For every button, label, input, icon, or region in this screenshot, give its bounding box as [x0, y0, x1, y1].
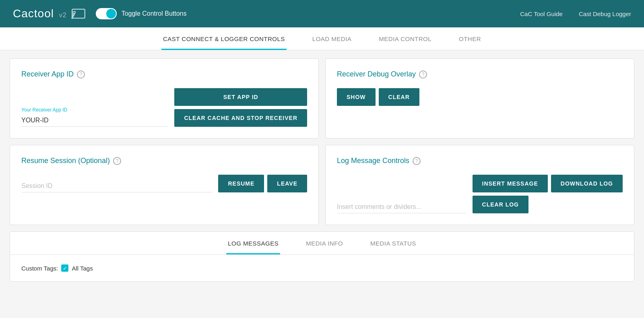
receiver-debug-help-icon[interactable]: ?: [419, 70, 427, 78]
panel-resume-session: Resume Session (Optional) ? RESUME LEAVE: [10, 145, 319, 225]
custom-tags-label: Custom Tags:: [21, 265, 58, 272]
tab-other[interactable]: OTHER: [457, 27, 483, 50]
receiver-app-id-inner: Your Receiver App ID SET APP ID CLEAR CA…: [21, 88, 307, 127]
clear-log-button[interactable]: CLEAR LOG: [473, 196, 528, 213]
panel-receiver-app-id: Receiver App ID ? Your Receiver App ID S…: [10, 58, 319, 138]
tab-load-media[interactable]: LOAD MEDIA: [311, 27, 353, 50]
resume-session-inner: RESUME LEAVE: [21, 175, 307, 192]
main-content: Receiver App ID ? Your Receiver App ID S…: [0, 50, 644, 290]
session-input-area: [21, 180, 212, 192]
log-message-controls-title-text: Log Message Controls: [337, 157, 409, 165]
all-tags-label: All Tags: [72, 265, 93, 272]
log-content: Custom Tags: All Tags: [10, 255, 634, 281]
set-app-id-button[interactable]: SET APP ID: [174, 88, 307, 106]
toggle-label: Toggle Control Buttons: [122, 10, 187, 17]
session-id-input[interactable]: [21, 180, 212, 192]
toggle-area[interactable]: Toggle Control Buttons: [96, 8, 187, 19]
log-controls-inner: INSERT MESSAGE DOWNLOAD LOG CLEAR LOG: [337, 175, 623, 213]
receiver-app-id-input-area: Your Receiver App ID: [21, 107, 168, 127]
all-tags-checkbox[interactable]: [61, 264, 68, 272]
receiver-app-id-title-text: Receiver App ID: [21, 70, 74, 78]
download-log-button[interactable]: DOWNLOAD LOG: [551, 175, 623, 192]
tab-cast-connect[interactable]: CAST CONNECT & LOGGER CONTROLS: [161, 27, 287, 50]
receiver-app-id-buttons: SET APP ID CLEAR CACHE AND STOP RECEIVER: [174, 88, 307, 127]
app-title: Cactool v2: [13, 7, 67, 20]
title-text: Cactool: [13, 7, 54, 20]
receiver-app-id-help-icon[interactable]: ?: [77, 70, 85, 78]
receiver-app-id-title: Receiver App ID ?: [21, 70, 307, 78]
log-btn-row-top: INSERT MESSAGE DOWNLOAD LOG: [473, 175, 623, 192]
log-message-controls-help-icon[interactable]: ?: [413, 157, 421, 165]
main-tabs-bar: CAST CONNECT & LOGGER CONTROLS LOAD MEDI…: [0, 27, 644, 50]
receiver-debug-buttons: SHOW CLEAR: [337, 88, 623, 106]
resume-button[interactable]: RESUME: [218, 175, 264, 192]
nav-logger[interactable]: Cast Debug Logger: [579, 10, 631, 17]
log-message-controls-title: Log Message Controls ?: [337, 157, 623, 165]
insert-message-button[interactable]: INSERT MESSAGE: [473, 175, 548, 192]
log-tab-media-status[interactable]: MEDIA STATUS: [369, 232, 418, 254]
log-message-input[interactable]: [337, 201, 466, 213]
panels-row-2: Resume Session (Optional) ? RESUME LEAVE…: [10, 145, 634, 225]
log-tab-media-info[interactable]: MEDIA INFO: [304, 232, 345, 254]
version-text: v2: [59, 12, 67, 19]
toggle-switch[interactable]: [96, 8, 117, 19]
log-btn-row-bottom: CLEAR LOG: [473, 196, 623, 213]
custom-tags-row: Custom Tags: All Tags: [21, 264, 623, 272]
resume-session-buttons: RESUME LEAVE: [218, 175, 307, 192]
clear-cache-button[interactable]: CLEAR CACHE AND STOP RECEIVER: [174, 109, 307, 127]
panel-receiver-debug-overlay: Receiver Debug Overlay ? SHOW CLEAR: [325, 58, 634, 138]
nav-guide[interactable]: CaC Tool Guide: [520, 10, 563, 17]
clear-button[interactable]: CLEAR: [379, 88, 419, 106]
resume-session-title-text: Resume Session (Optional): [21, 157, 110, 165]
header-nav: CaC Tool Guide Cast Debug Logger: [520, 10, 631, 17]
log-tab-messages[interactable]: LOG MESSAGES: [226, 232, 280, 254]
receiver-app-id-input[interactable]: [21, 114, 168, 127]
log-message-buttons: INSERT MESSAGE DOWNLOAD LOG CLEAR LOG: [473, 175, 623, 213]
leave-button[interactable]: LEAVE: [267, 175, 307, 192]
receiver-app-id-input-label: Your Receiver App ID: [21, 107, 168, 113]
resume-session-help-icon[interactable]: ?: [113, 157, 121, 165]
receiver-debug-title: Receiver Debug Overlay ?: [337, 70, 623, 78]
resume-session-title: Resume Session (Optional) ?: [21, 157, 307, 165]
log-tabs-bar: LOG MESSAGES MEDIA INFO MEDIA STATUS: [10, 232, 634, 255]
cast-icon: [71, 6, 86, 21]
log-section: LOG MESSAGES MEDIA INFO MEDIA STATUS Cus…: [10, 231, 634, 282]
tab-media-control[interactable]: MEDIA CONTROL: [377, 27, 433, 50]
app-header: Cactool v2 Toggle Control Buttons CaC To…: [0, 0, 644, 27]
log-controls-input-area: [337, 201, 466, 213]
panel-log-message-controls: Log Message Controls ? INSERT MESSAGE DO…: [325, 145, 634, 225]
show-button[interactable]: SHOW: [337, 88, 376, 106]
panels-row-1: Receiver App ID ? Your Receiver App ID S…: [10, 58, 634, 138]
logo-area: Cactool v2: [13, 6, 86, 21]
svg-point-1: [71, 17, 73, 19]
receiver-debug-title-text: Receiver Debug Overlay: [337, 70, 416, 78]
